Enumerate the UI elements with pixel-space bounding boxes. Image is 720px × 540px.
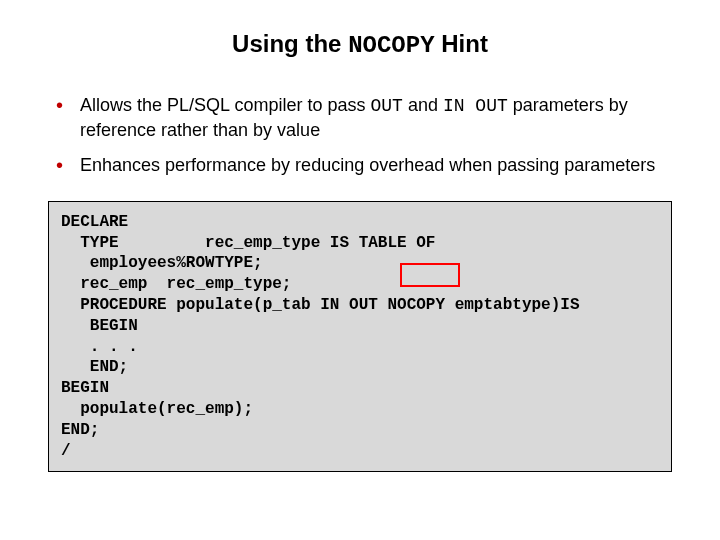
slide: Using the NOCOPY Hint Allows the PL/SQL …: [0, 0, 720, 508]
bullet-item: Allows the PL/SQL compiler to pass OUT a…: [52, 93, 672, 143]
bullet-text: and: [403, 95, 443, 115]
bullet-code: OUT: [370, 96, 402, 116]
bullet-text: Enhances performance by reducing overhea…: [80, 155, 655, 175]
title-code: NOCOPY: [348, 32, 434, 59]
title-pre: Using the: [232, 30, 348, 57]
bullet-text: Allows the PL/SQL compiler to pass: [80, 95, 370, 115]
slide-title: Using the NOCOPY Hint: [48, 30, 672, 59]
bullet-list: Allows the PL/SQL compiler to pass OUT a…: [52, 93, 672, 177]
code-block: DECLARE TYPE rec_emp_type IS TABLE OF em…: [48, 201, 672, 473]
code-block-wrap: DECLARE TYPE rec_emp_type IS TABLE OF em…: [48, 201, 672, 473]
title-post: Hint: [435, 30, 488, 57]
bullet-item: Enhances performance by reducing overhea…: [52, 153, 672, 177]
bullet-code: IN OUT: [443, 96, 508, 116]
